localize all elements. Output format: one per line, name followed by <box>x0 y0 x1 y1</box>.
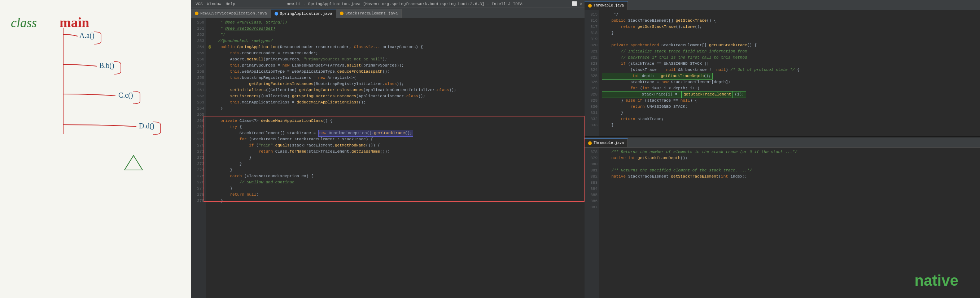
right-bottom-tabbar: Throwable.java <box>584 138 980 147</box>
right-top-panel: Throwable.java 815816817818819 820821822… <box>584 0 980 138</box>
java-icon-2 <box>340 11 344 15</box>
menu-vcs[interactable]: VCS <box>193 2 205 6</box>
svg-marker-7 <box>124 155 143 170</box>
svg-text:D.d(): D.d() <box>139 122 154 130</box>
code-content: * @see #run(Class, String[]) * @see #set… <box>206 18 584 298</box>
menu-help[interactable]: Help <box>223 2 237 6</box>
native-overlay-label: native <box>915 277 958 284</box>
right-top-code-content: */ public StackTraceElement[] getStackTr… <box>599 10 980 136</box>
tab-stacktrace[interactable]: StackTraceElement.java <box>336 9 402 18</box>
tab-throwable-bottom[interactable]: Throwable.java <box>584 138 628 147</box>
svg-text:A.a(): A.a() <box>80 32 94 40</box>
java-icon <box>195 11 199 15</box>
menu-bar: VCS Window Help new-bi - SpringApplicati… <box>191 0 584 8</box>
tab-newbi[interactable]: NewBIServiceApplication.java <box>191 9 271 18</box>
center-code-area[interactable]: 250251252253254 255256257258259 26026126… <box>191 18 584 298</box>
tab-springapplication[interactable]: SpringApplication.java <box>271 9 336 18</box>
svg-text:main: main <box>59 15 89 30</box>
throwable-icon <box>588 4 592 8</box>
line-numbers: 250251252253254 255256257258259 26026126… <box>191 18 206 298</box>
right-bottom-code[interactable]: 878879880881 882883884885 886887 /** Ret… <box>584 147 980 298</box>
svg-text:B.b(): B.b() <box>99 61 115 70</box>
right-bottom-panel: Throwable.java 878879880881 882883884885… <box>584 138 980 298</box>
right-top-tabbar: Throwable.java <box>584 0 980 10</box>
right-bottom-line-numbers: 878879880881 882883884885 886887 <box>584 147 599 298</box>
svg-text:class: class <box>11 16 37 30</box>
right-top-line-numbers: 815816817818819 820821822823824 82582682… <box>584 10 599 136</box>
whiteboard-panel: class main A.a() B.b() C.c() D.d() <box>0 0 191 298</box>
throwable-icon-2 <box>588 141 592 145</box>
tab-throwable-top[interactable]: Throwable.java <box>584 1 628 10</box>
menu-window[interactable]: Window <box>205 2 224 6</box>
right-top-code[interactable]: 815816817818819 820821822823824 82582682… <box>584 10 980 136</box>
center-tab-bar: NewBIServiceApplication.java SpringAppli… <box>191 8 584 18</box>
window-title: new-bi - SpringApplication.java [Maven: … <box>237 2 572 6</box>
right-bottom-code-content: /** Returns the number of elements in th… <box>599 147 980 298</box>
java-icon-active <box>275 12 278 16</box>
svg-text:C.c(): C.c() <box>118 91 133 99</box>
window-controls[interactable]: ⬜ ✕ <box>572 1 582 6</box>
ide-right-panels: Throwable.java 815816817818819 820821822… <box>584 0 980 298</box>
ide-center-panel: VCS Window Help new-bi - SpringApplicati… <box>191 0 584 298</box>
